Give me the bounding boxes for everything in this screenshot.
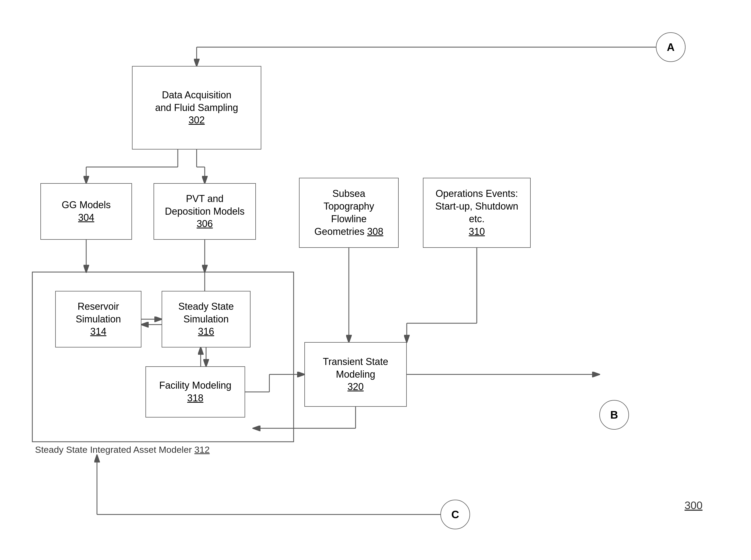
box-transient-text: Transient StateModeling320 (323, 356, 388, 393)
box-subsea: SubseaTopographyFlowlineGeometries 308 (299, 178, 399, 248)
asset-modeler-label: Steady State Integrated Asset Modeler 31… (35, 444, 209, 455)
circle-C: C (441, 500, 470, 529)
diagram-ref-number: 300 (685, 499, 703, 511)
circle-A: A (656, 32, 686, 62)
box-gg-models: GG Models304 (40, 183, 132, 240)
circle-A-label: A (667, 41, 675, 53)
box-ops-events: Operations Events:Start-up, Shutdownetc.… (423, 178, 531, 248)
box-reservoir-text: ReservoirSimulation314 (76, 300, 121, 338)
box-data-acquisition: Data Acquisitionand Fluid Sampling302 (132, 66, 261, 149)
circle-B: B (600, 400, 629, 429)
box-gg-text: GG Models304 (62, 199, 111, 224)
box-pvt: PVT andDeposition Models306 (154, 183, 256, 240)
box-transient: Transient StateModeling320 (304, 342, 407, 407)
box-steady-state: Steady StateSimulation316 (162, 291, 250, 347)
circle-C-label: C (451, 508, 459, 521)
diagram-ref: 300 (685, 499, 703, 512)
box-pvt-text: PVT andDeposition Models306 (165, 193, 245, 230)
circle-B-label: B (610, 409, 618, 421)
box-data-acq-text: Data Acquisitionand Fluid Sampling302 (155, 89, 238, 126)
box-facility-text: Facility Modeling318 (159, 379, 231, 405)
asset-modeler-text: Steady State Integrated Asset Modeler 31… (35, 444, 209, 455)
box-subsea-text: SubseaTopographyFlowlineGeometries 308 (314, 187, 383, 238)
box-ops-text: Operations Events:Start-up, Shutdownetc.… (435, 187, 518, 238)
box-steady-text: Steady StateSimulation316 (178, 300, 234, 338)
box-reservoir: ReservoirSimulation314 (55, 291, 141, 347)
box-facility: Facility Modeling318 (145, 366, 245, 418)
arrows-svg (0, 0, 751, 560)
diagram: A Data Acquisitionand Fluid Sampling302 … (0, 0, 751, 560)
